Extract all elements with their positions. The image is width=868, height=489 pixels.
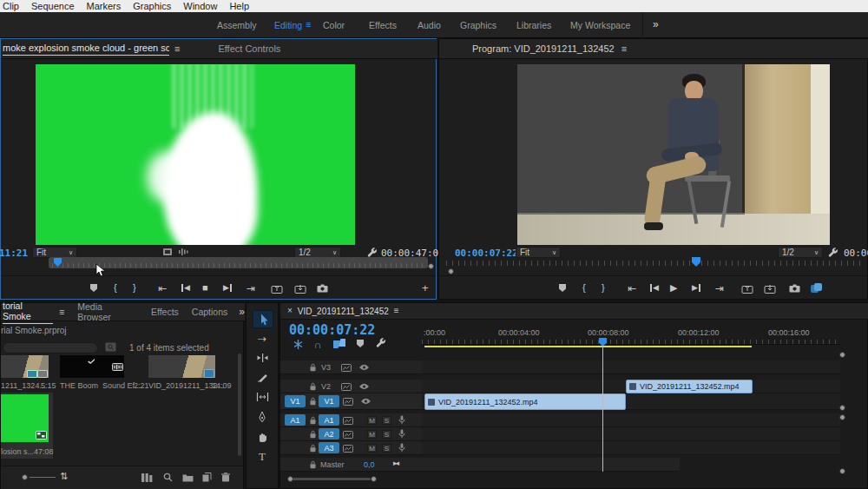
nest-toggle-icon[interactable] [293,339,304,350]
a3-solo-button[interactable]: S [382,444,391,453]
track-lane-a2[interactable] [422,427,840,441]
v2-lock-icon[interactable] [309,382,317,391]
thumb-zoom-slider-track[interactable] [30,477,56,478]
project-item-4-name[interactable]: losion s... [1,447,34,456]
hscroll-handle-left[interactable] [287,476,293,482]
program-add-marker-button[interactable] [559,284,566,292]
insert-button[interactable] [271,284,283,294]
track-v2-label[interactable]: V2 [321,382,331,391]
v3-source-patch-icon[interactable] [341,364,352,372]
project-scrollbar[interactable] [238,354,241,456]
project-item-2-name[interactable]: THE Boom Sound Ef... [60,381,141,390]
v3-lock-icon[interactable] [309,363,317,372]
source-panel-menu-icon[interactable]: ≡ [174,44,180,54]
workspace-overflow-icon[interactable]: » [653,18,659,30]
button-editor-plus[interactable]: + [422,282,429,294]
workspace-tab-editing[interactable]: Editing [274,20,302,30]
effects-tab[interactable]: Effects [151,307,179,317]
v1-source-patch-icon[interactable] [343,398,353,406]
go-to-in-button[interactable]: ⇤ [158,283,167,294]
work-area-bar[interactable] [424,346,752,347]
v3-eye-icon[interactable] [358,364,370,371]
master-gain-value[interactable]: 0,0 [364,460,375,469]
timeline-vscroll-handle-mid[interactable] [839,405,845,411]
extract-button[interactable] [764,284,776,294]
track-v3-label[interactable]: V3 [321,363,331,372]
a2-mute-button[interactable]: M [367,430,377,439]
workspace-tab-my-workspace[interactable]: My Workspace [570,20,630,30]
timeline-clip-v1[interactable]: VID_20191211_132452.mp4 [424,393,626,410]
find-icon[interactable] [163,472,173,482]
track-a1-target[interactable]: A1 [319,414,339,426]
hand-tool[interactable] [253,428,272,445]
selection-tool[interactable] [253,310,273,328]
a2-mic-icon[interactable] [398,429,405,439]
a1-lock-icon[interactable] [309,416,317,425]
track-a2-target[interactable]: A2 [319,428,339,439]
a2-lock-icon[interactable] [309,430,317,439]
master-fit-icon[interactable]: ▸◂ [393,459,398,467]
zoom-toggle-icon[interactable]: ⇅ [60,472,68,481]
menu-window[interactable]: Window [183,1,217,11]
project-item-2-thumb[interactable] [60,355,124,378]
workspace-editing-menu-icon[interactable]: ≡ [306,19,311,30]
close-sequence-icon[interactable]: × [287,307,293,315]
program-step-forward-button[interactable]: ▶ [692,284,700,292]
list-view-icon[interactable] [141,473,154,482]
project-search-input[interactable] [3,342,98,354]
source-scrubber-handle[interactable] [428,263,434,269]
timeline-vscroll-handle-low[interactable] [839,414,845,420]
timeline-vscroll-handle-bottom[interactable] [839,468,845,474]
program-go-to-in-button[interactable]: ⇤ [628,283,636,294]
a3-source-patch-icon[interactable] [343,445,353,453]
project-tabs-overflow-icon[interactable]: » [239,307,245,317]
program-mark-out-button[interactable]: } [602,283,605,293]
thumb-zoom-slider-handle[interactable] [22,474,28,480]
slip-tool[interactable] [253,388,272,405]
source-clip-tab[interactable]: moke explosion smoke cloud - green scree… [3,43,169,56]
workspace-tab-audio[interactable]: Audio [418,20,441,30]
delete-trash-icon[interactable] [221,472,230,482]
a1-mute-button[interactable]: M [367,416,377,425]
project-item-1-name[interactable]: 1211_1324... [1,381,46,390]
snap-magnet-icon[interactable]: ∩ [314,339,322,351]
program-step-back-button[interactable]: ◀ [650,284,659,292]
workspace-tab-graphics[interactable]: Graphics [460,20,496,30]
program-mark-in-button[interactable]: { [582,283,586,293]
track-lane-a3[interactable] [422,441,840,455]
menu-clip[interactable]: Clip [3,1,19,11]
effect-controls-tab[interactable]: Effect Controls [218,43,280,54]
source-patch-v1[interactable]: V1 [285,395,306,407]
mark-out-button[interactable]: } [133,283,136,293]
master-lock-icon[interactable] [309,460,317,469]
menu-graphics[interactable]: Graphics [133,1,171,11]
workspace-tab-assembly[interactable]: Assembly [217,20,257,30]
hscroll-handle-right[interactable] [371,476,377,482]
timeline-panel-menu-icon[interactable]: ≡ [394,307,399,315]
menu-help[interactable]: Help [229,1,249,11]
workspace-tab-color[interactable]: Color [323,20,345,30]
media-browser-tab[interactable]: Media Browser [77,301,138,322]
master-track-label[interactable]: Master [320,460,345,469]
track-v1-target[interactable]: V1 [319,395,339,407]
step-back-button[interactable]: ◀ [181,284,190,292]
go-to-out-button[interactable]: ⇥ [247,283,255,294]
project-item-4-thumb[interactable] [1,394,49,442]
linked-selection-icon[interactable] [333,339,345,349]
project-tab[interactable]: torial Smoke [3,301,53,324]
menu-markers[interactable]: Markers [87,1,122,11]
v2-eye-icon[interactable] [358,383,370,390]
mark-in-button[interactable]: { [114,283,117,293]
v1-lock-icon[interactable] [309,397,317,406]
menu-sequence[interactable]: Sequence [31,1,75,11]
razor-tool[interactable] [253,369,272,386]
project-panel-menu-icon[interactable]: ≡ [59,307,64,317]
stop-button[interactable]: ■ [202,283,208,293]
pen-tool[interactable] [253,408,272,425]
add-marker-button[interactable] [90,284,97,292]
a1-mic-icon[interactable] [398,415,405,425]
track-a3-target[interactable]: A3 [319,442,339,453]
track-lane-v3[interactable] [422,360,840,374]
a2-source-patch-icon[interactable] [343,431,353,439]
lift-button[interactable] [741,284,753,294]
